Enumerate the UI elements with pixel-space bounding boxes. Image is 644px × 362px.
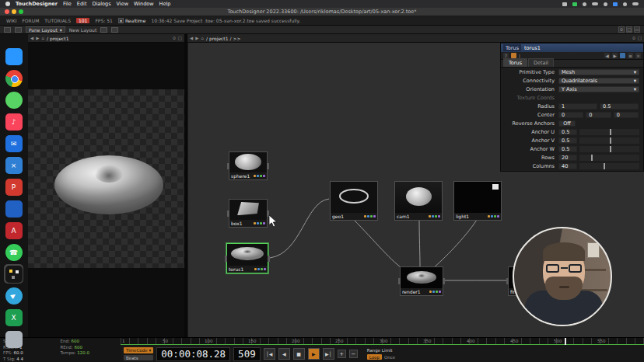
node-flag-icons[interactable] [254, 222, 265, 225]
node-flag-icons[interactable] [429, 215, 440, 218]
menu-view[interactable]: View [117, 1, 128, 7]
camera-layout-icon[interactable] [111, 27, 118, 33]
timecode-display[interactable]: 00:00:08.28 [156, 347, 230, 361]
pane-maximize-button[interactable]: □ [626, 26, 632, 33]
node-sphere1[interactable]: sphere1 [229, 151, 268, 180]
node-flag-icons[interactable] [364, 215, 376, 218]
viewport-pane-zero-button[interactable]: 0 [173, 36, 176, 40]
menu-file[interactable]: File [63, 1, 72, 7]
101-badge[interactable]: 101 [76, 18, 89, 23]
node-flag-icons[interactable] [429, 291, 441, 293]
connectivity-dropdown[interactable]: Quadrilaterals▾ [558, 78, 639, 84]
pane-layout-dropdown[interactable]: Pane Layout ▾ [26, 26, 65, 33]
clock-icon[interactable] [632, 2, 639, 5]
timeline-playhead[interactable] [565, 338, 566, 345]
help-icon[interactable]: ? [503, 53, 509, 58]
battery-icon[interactable] [592, 2, 598, 5]
tab-detail[interactable]: Detail [528, 58, 554, 67]
menu-window[interactable]: Window [134, 1, 154, 7]
tab-torus[interactable]: Torus [503, 58, 527, 67]
geometry-viewport[interactable] [28, 43, 184, 337]
screen-share-icon[interactable] [572, 2, 577, 6]
forward-arrow-icon[interactable]: ▶ [195, 36, 198, 40]
pane-grid-icon[interactable] [15, 27, 22, 33]
pdf-icon[interactable]: P [5, 179, 23, 196]
center-x-field[interactable]: 0 [558, 112, 583, 118]
network-pane-zero-button[interactable]: 0 [632, 36, 635, 40]
primitive-type-dropdown[interactable]: Mesh▾ [558, 69, 639, 75]
columns-field[interactable]: 40 [558, 163, 577, 169]
realtime-checkbox[interactable]: × [118, 18, 124, 23]
reverse-anchors-toggle[interactable]: Off [558, 120, 576, 127]
anchor-u-slider[interactable] [579, 129, 639, 135]
realtime-toggle[interactable]: × Realtime [118, 18, 146, 23]
center-y-field[interactable]: 0 [586, 112, 611, 118]
reset-to-start-button[interactable]: │◀ [264, 348, 275, 360]
menu-help[interactable]: Help [159, 1, 171, 7]
menu-dialogs[interactable]: Dialogs [92, 1, 110, 7]
frame-display[interactable]: 509 [233, 347, 261, 361]
docker-icon[interactable] [5, 200, 23, 218]
mail-icon[interactable]: ✉ [5, 135, 23, 152]
step-forward-button[interactable]: ▶│ [323, 348, 334, 360]
decrement-button[interactable]: − [349, 350, 358, 358]
play-button[interactable]: ▶ [308, 348, 320, 360]
menu-icon[interactable]: ≡ [628, 53, 633, 58]
node-box1[interactable]: box1 [229, 199, 268, 228]
chrome-icon[interactable] [5, 70, 23, 87]
rows-slider[interactable] [579, 155, 639, 161]
node-torus1[interactable]: torus1 [226, 243, 268, 273]
vscode-icon[interactable]: × [5, 157, 23, 174]
anchor-u-field[interactable]: 0.5 [558, 129, 577, 135]
forum-link[interactable]: FORUM [22, 18, 39, 23]
forward-arrow-icon[interactable]: ▶ [36, 36, 39, 40]
pane-zero-button[interactable]: 0 [618, 26, 625, 33]
anchor-w-field[interactable]: 0.5 [558, 146, 577, 152]
tutorials-link[interactable]: TUTORIALS [44, 18, 71, 23]
anchor-w-slider[interactable] [579, 146, 639, 152]
back-arrow-icon[interactable]: ◀ [190, 36, 193, 40]
node-flag-icons[interactable] [254, 175, 265, 177]
rows-field[interactable]: 20 [558, 155, 577, 161]
network-path[interactable]: / project1 / >> [206, 36, 240, 41]
expression-icon[interactable] [620, 53, 625, 58]
viewport-pane-max-button[interactable]: □ [178, 36, 182, 40]
whatsapp-icon[interactable]: ☎ [5, 244, 23, 261]
columns-slider[interactable] [579, 163, 639, 169]
node-geo1[interactable]: geo1 [330, 181, 378, 221]
anchor-v-field[interactable]: 0.5 [558, 137, 577, 144]
finder-icon[interactable] [5, 48, 23, 65]
siri-icon[interactable] [623, 2, 627, 6]
new-layout-button[interactable]: New Layout [69, 27, 96, 33]
bluetooth-icon[interactable] [583, 2, 586, 6]
once-button[interactable]: Once [384, 355, 395, 360]
home-icon[interactable]: ⌂ [41, 36, 44, 40]
trash-icon[interactable] [5, 331, 23, 348]
touchdesigner-icon[interactable] [5, 266, 23, 283]
bookmark-icon[interactable] [100, 27, 107, 33]
messages-icon[interactable] [5, 92, 23, 109]
node-cam1[interactable]: cam1 [394, 181, 443, 221]
telegram-icon[interactable]: ▶ [5, 287, 23, 305]
network-pane-max-button[interactable]: □ [638, 36, 642, 40]
viewport-path[interactable]: / project1 [47, 36, 69, 41]
radius1-field[interactable]: 1 [558, 103, 597, 110]
pane-split-icon[interactable] [4, 27, 11, 33]
radius2-field[interactable]: 0.5 [600, 103, 639, 110]
music-icon[interactable]: ♪ [5, 113, 23, 131]
node-light1[interactable]: light1 [453, 181, 502, 221]
node-flag-icons[interactable] [488, 215, 499, 218]
pause-button[interactable]: ■ [293, 348, 305, 360]
orientation-dropdown[interactable]: Y Axis▾ [558, 86, 639, 92]
app-menu[interactable]: TouchDesigner [16, 1, 58, 7]
display-status-icon[interactable] [562, 2, 567, 6]
operator-name-field[interactable]: torus1 [524, 45, 541, 51]
pane-collapse-button[interactable]: ▭ [634, 26, 640, 33]
node-render1[interactable]: render1 [400, 266, 443, 296]
center-z-field[interactable]: 0 [614, 112, 639, 118]
page-prev-icon[interactable]: ◀ [604, 53, 610, 58]
anchor-v-slider[interactable] [579, 137, 639, 144]
language-icon[interactable] [511, 53, 516, 58]
close-icon[interactable]: × [635, 53, 641, 58]
menu-edit[interactable]: Edit [77, 1, 87, 7]
